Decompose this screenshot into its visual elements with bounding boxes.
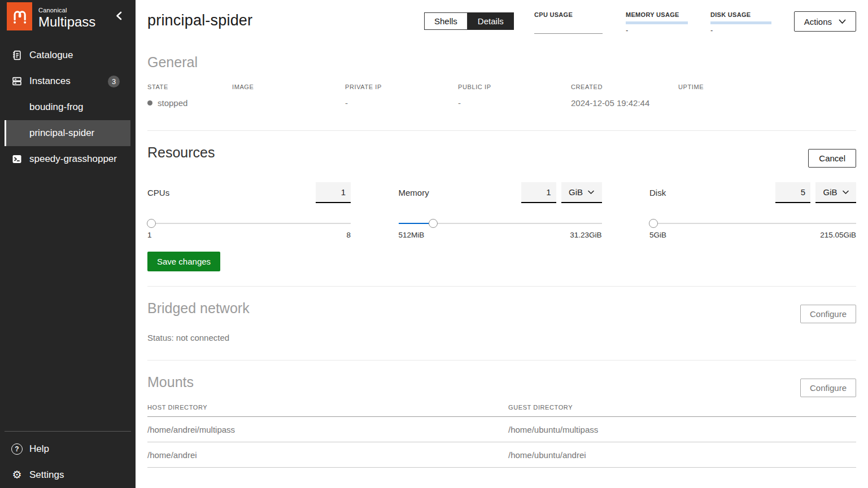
sidebar-collapse-icon[interactable] bbox=[116, 11, 122, 23]
bridged-network-header-row: Bridged network Configure bbox=[147, 300, 856, 323]
field-label: STATE bbox=[147, 83, 232, 90]
field-label: PUBLIC IP bbox=[458, 83, 571, 90]
guest-directory-cell: /home/ubuntu/andrei bbox=[508, 450, 586, 460]
memory-input[interactable] bbox=[521, 182, 556, 203]
cpus-max-label: 8 bbox=[346, 231, 351, 239]
memory-usage-value: - bbox=[626, 26, 688, 34]
bridged-status-text: Status: not connected bbox=[147, 333, 856, 342]
memory-slider[interactable] bbox=[399, 219, 602, 228]
instances-count-badge: 3 bbox=[108, 76, 120, 87]
memory-unit-value: GiB bbox=[569, 187, 583, 197]
field-value: stopped bbox=[147, 98, 232, 108]
disk-min-label: 5GiB bbox=[649, 231, 666, 239]
memory-min-label: 512MiB bbox=[399, 231, 425, 239]
help-icon: ? bbox=[11, 443, 23, 455]
section-divider bbox=[147, 286, 856, 287]
disk-usage-label: DISK USAGE bbox=[710, 11, 771, 18]
disk-unit-select[interactable]: GiB bbox=[815, 182, 856, 203]
cpus-label: CPUs bbox=[147, 188, 169, 197]
chevron-down-icon bbox=[588, 190, 594, 195]
sidebar-item-catalogue[interactable]: Catalogue bbox=[0, 42, 136, 68]
memory-unit-select[interactable]: GiB bbox=[561, 182, 602, 203]
slider-fill bbox=[399, 223, 433, 224]
general-info-grid: STATE stopped IMAGE PRIVATE IP - PUBLIC … bbox=[147, 83, 856, 108]
mounts-table-header: HOST DIRECTORY GUEST DIRECTORY bbox=[147, 404, 856, 417]
host-directory-column-header: HOST DIRECTORY bbox=[147, 404, 508, 411]
state-text: stopped bbox=[158, 98, 187, 108]
cpus-slider-handle[interactable] bbox=[147, 219, 156, 228]
sidebar-item-principal-spider[interactable]: principal-spider bbox=[5, 120, 130, 146]
general-field-public-ip: PUBLIC IP - bbox=[458, 83, 571, 108]
table-row: /home/andrei /home/ubuntu/andrei bbox=[147, 442, 856, 468]
cpus-control: CPUs 1 8 bbox=[147, 182, 351, 239]
brand-text: Canonical Multipass bbox=[38, 2, 95, 30]
state-dot-icon bbox=[147, 100, 152, 105]
tab-shells[interactable]: Shells bbox=[424, 12, 468, 30]
instance-header: principal-spider Shells Details CPU USAG… bbox=[136, 0, 868, 43]
memory-slider-handle[interactable] bbox=[429, 219, 438, 228]
bridged-network-title: Bridged network bbox=[147, 300, 250, 316]
sidebar-nav: Catalogue Instances 3 bouding-frog bbox=[0, 42, 136, 431]
sidebar-item-label: bouding-frog bbox=[29, 102, 83, 113]
cpus-input[interactable] bbox=[316, 182, 351, 203]
sidebar-item-speedy-grasshopper[interactable]: speedy-grasshopper bbox=[0, 146, 136, 172]
tab-details[interactable]: Details bbox=[468, 12, 514, 30]
section-divider bbox=[147, 130, 856, 131]
section-divider bbox=[147, 360, 856, 360]
sidebar-footer: ? Help ⚙ Settings bbox=[0, 431, 136, 488]
disk-usage-panel: DISK USAGE - bbox=[710, 11, 771, 34]
chevron-down-icon bbox=[839, 19, 846, 24]
memory-usage-label: MEMORY USAGE bbox=[626, 11, 688, 18]
general-field-state: STATE stopped bbox=[147, 83, 232, 108]
brand: Canonical Multipass bbox=[0, 0, 136, 30]
sidebar-item-help[interactable]: ? Help bbox=[0, 436, 136, 462]
disk-input[interactable] bbox=[775, 182, 810, 203]
brand-company: Canonical bbox=[38, 7, 95, 14]
resources-header-row: Resources Cancel bbox=[147, 144, 856, 168]
host-directory-cell: /home/andrei/multipass bbox=[147, 425, 508, 434]
sidebar-item-instances[interactable]: Instances 3 bbox=[0, 68, 136, 94]
guest-directory-column-header: GUEST DIRECTORY bbox=[508, 404, 573, 411]
host-directory-cell: /home/andrei bbox=[147, 450, 508, 460]
disk-control: Disk GiB bbox=[649, 182, 856, 239]
slider-track bbox=[649, 223, 856, 224]
details-content: General STATE stopped IMAGE PRIVATE IP - bbox=[136, 54, 868, 468]
disk-slider-handle[interactable] bbox=[649, 219, 658, 228]
field-label: IMAGE bbox=[232, 83, 345, 90]
mounts-table: HOST DIRECTORY GUEST DIRECTORY /home/and… bbox=[147, 404, 856, 468]
catalogue-icon bbox=[11, 50, 23, 61]
sidebar-item-settings[interactable]: ⚙ Settings bbox=[0, 462, 136, 488]
view-tabs: Shells Details bbox=[424, 12, 514, 30]
mounts-configure-button[interactable]: Configure bbox=[800, 379, 856, 397]
mounts-title: Mounts bbox=[147, 374, 194, 390]
memory-max-label: 31.23GiB bbox=[570, 231, 601, 239]
disk-usage-bar bbox=[710, 21, 771, 24]
cpu-usage-panel: CPU USAGE bbox=[534, 11, 603, 34]
brand-product: Multipass bbox=[38, 14, 95, 30]
sidebar: Canonical Multipass bbox=[0, 0, 136, 488]
field-value: - bbox=[345, 98, 458, 108]
disk-slider[interactable] bbox=[649, 219, 856, 228]
sidebar-item-label: Help bbox=[29, 443, 49, 455]
sidebar-item-label: speedy-grasshopper bbox=[29, 153, 117, 165]
cpus-min-label: 1 bbox=[147, 231, 152, 239]
general-section-title: General bbox=[147, 54, 856, 71]
gear-icon: ⚙ bbox=[11, 469, 23, 481]
memory-usage-panel: MEMORY USAGE - bbox=[626, 11, 688, 34]
page-title: principal-spider bbox=[147, 12, 252, 29]
field-value bbox=[678, 98, 856, 108]
multipass-app: Canonical Multipass bbox=[0, 0, 868, 488]
field-value: - bbox=[458, 98, 571, 108]
sidebar-item-label: Catalogue bbox=[29, 50, 73, 61]
field-value bbox=[232, 98, 345, 108]
general-field-created: CREATED 2024-12-05 19:42:44 bbox=[571, 83, 678, 108]
bridged-configure-button[interactable]: Configure bbox=[800, 305, 856, 323]
disk-usage-value: - bbox=[710, 26, 771, 34]
main-panel: principal-spider Shells Details CPU USAG… bbox=[136, 0, 868, 488]
actions-button[interactable]: Actions bbox=[794, 11, 856, 32]
sidebar-item-bouding-frog[interactable]: bouding-frog bbox=[0, 94, 136, 120]
save-changes-button[interactable]: Save changes bbox=[147, 252, 220, 271]
cpus-slider[interactable] bbox=[147, 219, 351, 228]
sidebar-item-label: Settings bbox=[29, 469, 64, 481]
cancel-button[interactable]: Cancel bbox=[808, 149, 856, 168]
